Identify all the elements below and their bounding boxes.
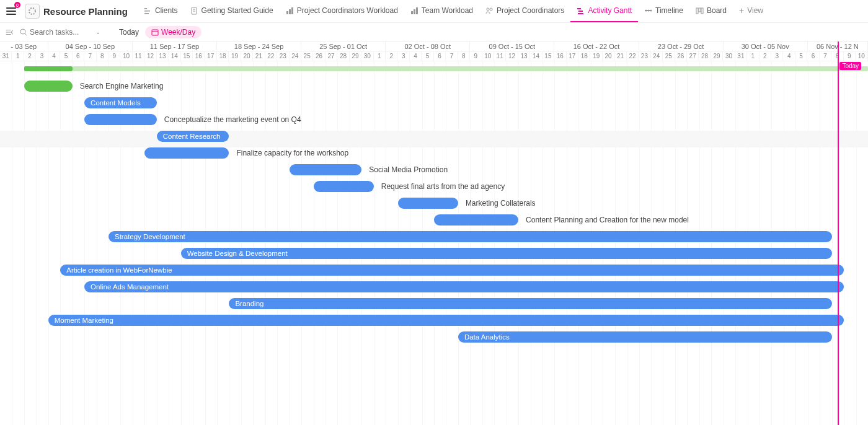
gantt-bar[interactable] xyxy=(398,198,458,209)
doc-icon xyxy=(190,7,198,15)
day-header: 9 xyxy=(108,51,120,61)
day-header: 10 xyxy=(482,51,494,61)
day-header: 30 xyxy=(361,51,373,61)
week-header: 16 Oct - 22 Oct xyxy=(554,42,639,51)
workload-icon xyxy=(286,7,294,15)
day-header: 12 xyxy=(144,51,156,61)
day-header: 7 xyxy=(820,51,831,61)
svg-rect-12 xyxy=(416,7,418,14)
day-header: 1 xyxy=(374,51,386,61)
gantt-bar[interactable]: Online Ads Management xyxy=(84,281,844,292)
day-header: 14 xyxy=(530,51,542,61)
day-header: 28 xyxy=(699,51,711,61)
day-header: 6 xyxy=(807,51,819,61)
day-header: 31 xyxy=(0,51,12,61)
day-header: 12 xyxy=(506,51,518,61)
day-header: 14 xyxy=(169,51,180,61)
gantt-bar-label: Website Design & Development xyxy=(187,250,288,257)
tab-activity-gantt[interactable]: Activity Gantt xyxy=(570,0,638,22)
gantt-bar[interactable]: Moment Marketing xyxy=(48,315,844,326)
tab-clients[interactable]: Clients xyxy=(138,0,184,22)
gantt-bar[interactable]: Content Research xyxy=(157,131,229,142)
gantt-bar[interactable] xyxy=(144,147,229,159)
project-icon[interactable] xyxy=(25,4,40,19)
gantt-icon xyxy=(577,7,585,15)
day-header: 21 xyxy=(253,51,265,61)
gantt-bar[interactable] xyxy=(84,114,157,125)
day-header: 1 xyxy=(747,51,759,61)
tab-timeline[interactable]: Timeline xyxy=(638,0,689,22)
gantt-bar-label: Branding xyxy=(235,300,264,307)
gantt-bar-label: Strategy Development xyxy=(115,233,185,240)
tab-project-coordinators[interactable]: Project Coordinators xyxy=(479,0,570,22)
day-header: 23 xyxy=(639,51,650,61)
search-input-wrap[interactable]: ⌄ xyxy=(20,28,113,37)
week-header: - 03 Sep xyxy=(0,42,48,51)
summary-bar-remaining[interactable] xyxy=(73,66,868,71)
svg-point-0 xyxy=(29,8,35,14)
gantt-bar[interactable]: Content Models xyxy=(84,97,157,108)
search-dropdown-caret[interactable]: ⌄ xyxy=(95,28,100,35)
today-button[interactable]: Today xyxy=(119,28,139,37)
gantt-bar-label: Data Analytics xyxy=(464,333,510,341)
day-header: 24 xyxy=(651,51,663,61)
gantt-bar[interactable]: Branding xyxy=(229,298,831,309)
gantt-bar-label: Content Models xyxy=(91,99,141,107)
week-header: 18 Sep - 24 Sep xyxy=(217,42,301,51)
day-header: 17 xyxy=(205,51,216,61)
day-header: 6 xyxy=(73,51,84,61)
gantt-bar-label: Finalize capacity for the workshop xyxy=(236,149,348,157)
gantt-bar[interactable] xyxy=(434,214,518,226)
tab-label: Project Coordinators xyxy=(497,6,564,15)
search-icon xyxy=(20,28,27,36)
gantt-bar[interactable]: Data Analytics xyxy=(458,331,832,343)
day-header: 15 xyxy=(181,51,193,61)
menu-button[interactable]: 0 xyxy=(4,4,19,19)
gantt-bar[interactable]: Strategy Development xyxy=(108,231,832,242)
tab-label: Board xyxy=(707,6,727,15)
day-header: 25 xyxy=(301,51,313,61)
range-toggle[interactable]: Week/Day xyxy=(145,26,202,38)
svg-rect-27 xyxy=(152,30,158,35)
tab-project-coordinators-workload[interactable]: Project Coordinators Workload xyxy=(280,0,404,22)
gantt-bar[interactable] xyxy=(24,81,73,92)
day-header: 28 xyxy=(337,51,349,61)
gantt-bar[interactable]: Website Design & Development xyxy=(181,248,832,259)
board-icon xyxy=(696,7,704,15)
svg-rect-17 xyxy=(578,13,583,14)
tab-label: Team Workload xyxy=(422,6,473,15)
gantt-bar-label: Marketing Collaterals xyxy=(466,199,536,208)
gantt-bar[interactable] xyxy=(290,164,362,175)
tab-team-workload[interactable]: Team Workload xyxy=(404,0,479,22)
day-header: 18 xyxy=(578,51,590,61)
day-header: 2 xyxy=(760,51,771,61)
gantt-bar-label: Request final arts from the ad agency xyxy=(381,182,505,191)
day-header: 11 xyxy=(494,51,506,61)
day-header: 13 xyxy=(157,51,169,61)
add-view-label: View xyxy=(747,6,763,15)
svg-rect-16 xyxy=(578,11,583,12)
day-header: 20 xyxy=(603,51,614,61)
week-header: 09 Oct - 15 Oct xyxy=(470,42,554,51)
today-line xyxy=(838,42,839,425)
day-header: 24 xyxy=(290,51,301,61)
add-view-button[interactable]: +View xyxy=(733,0,769,22)
svg-rect-15 xyxy=(577,8,581,9)
search-input[interactable] xyxy=(30,28,92,37)
gantt-bar[interactable]: Article creation in WebForNewbie xyxy=(60,265,844,276)
tab-getting-started-guide[interactable]: Getting Started Guide xyxy=(184,0,280,22)
day-header: 29 xyxy=(350,51,361,61)
tab-board[interactable]: Board xyxy=(689,0,733,22)
collapse-sidebar-icon[interactable] xyxy=(5,28,14,37)
tab-label: Getting Started Guide xyxy=(202,6,273,15)
svg-rect-8 xyxy=(289,9,291,14)
day-header: 18 xyxy=(217,51,229,61)
gantt-area[interactable]: - 03 Sep04 Sep - 10 Sep11 Sep - 17 Sep18… xyxy=(0,42,868,425)
gantt-bar-label: Article creation in WebForNewbie xyxy=(66,266,172,274)
week-header: 23 Oct - 29 Oct xyxy=(639,42,724,51)
summary-bar-progress[interactable] xyxy=(24,66,73,71)
svg-point-19 xyxy=(645,9,647,11)
gantt-bar-label: Content Research xyxy=(163,133,221,140)
gantt-bar[interactable] xyxy=(314,181,374,192)
day-header: 26 xyxy=(675,51,687,61)
